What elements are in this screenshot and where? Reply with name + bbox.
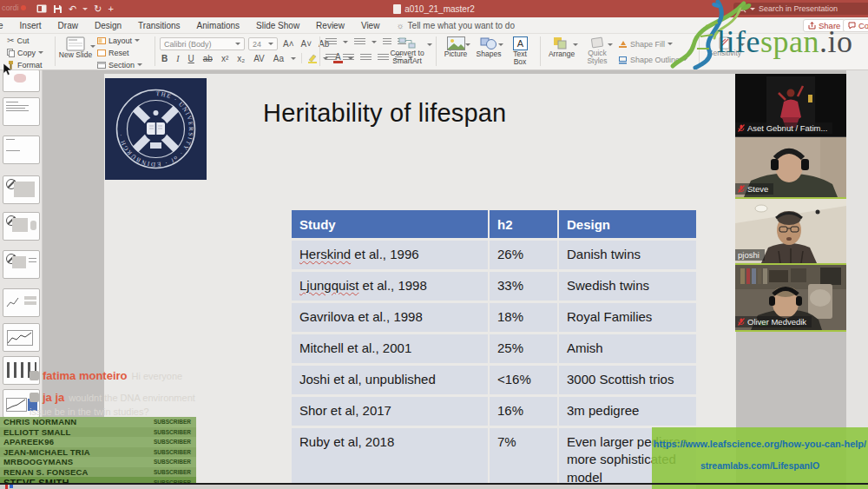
right-gutter [846, 69, 868, 489]
layout-button[interactable]: Layout [97, 35, 142, 46]
quick-styles-button[interactable]: Quick Styles [582, 36, 613, 66]
numbering-icon[interactable] [354, 38, 365, 46]
table-row: Ruby et al, 2018 7% Even larger pedigree… [292, 428, 696, 489]
slide-thumbnail[interactable] [3, 135, 40, 164]
tab-animations[interactable]: Animations [197, 21, 240, 30]
customize-toolbar-icon[interactable]: + [108, 2, 113, 16]
table-cell: Joshi et al, unpublished [292, 366, 488, 394]
webcam-feed-oliver[interactable]: Oliver Medvedik [735, 265, 846, 332]
tab-design[interactable]: Design [95, 21, 122, 30]
convert-to-smartart-label: Convert to SmartArt [382, 50, 432, 66]
text-box-button[interactable]: A Text Box [506, 36, 534, 67]
text-box-label: Text Box [506, 50, 534, 67]
brand-io: .io [819, 24, 853, 59]
table-cell: 16% [490, 397, 557, 426]
shapes-icon [480, 36, 497, 50]
copy-button[interactable]: Copy [7, 47, 43, 58]
bold-button[interactable]: B [160, 54, 169, 63]
underline-button[interactable]: U [187, 54, 196, 63]
arrange-button[interactable]: Arrange [545, 36, 578, 58]
align-right-icon[interactable] [360, 54, 372, 62]
shapes-button[interactable]: Shapes [474, 36, 503, 58]
convert-to-smartart-button[interactable]: Convert to SmartArt [382, 36, 432, 66]
tab-home-partial[interactable]: e [0, 21, 3, 30]
subscriber-row: MRBOOGYMANSSUBSCRIBER [0, 457, 196, 467]
save-icon[interactable] [53, 4, 62, 14]
format-painter-button[interactable]: Format [7, 59, 43, 70]
table-row: Ljungquist et al., 1998 33% Swedish twin… [292, 272, 696, 301]
grow-font-button[interactable]: A˄ [281, 39, 296, 49]
font-name-select[interactable]: Calibri (Body) [160, 37, 245, 50]
webcam-name-label: Steve [735, 183, 773, 195]
tab-transitions[interactable]: Transitions [138, 21, 181, 30]
new-slide-icon [66, 36, 85, 51]
picture-button[interactable]: Picture [441, 36, 470, 58]
reset-icon [97, 50, 106, 56]
table-cell: Shor et al, 2017 [292, 397, 488, 426]
new-slide-label: New Slide [59, 51, 92, 59]
subscriber-row: CHRIS NORMANNSUBSCRIBER [0, 417, 196, 427]
bullets-icon[interactable] [326, 38, 337, 46]
table-cell: Gavrilova et al., 1998 [292, 303, 488, 332]
subscript-button[interactable]: x₂ [235, 54, 247, 63]
undo-dropdown-icon[interactable] [82, 8, 88, 10]
tab-draw[interactable]: Draw [58, 21, 78, 30]
webcam-feed-steve[interactable]: Steve [735, 137, 846, 199]
italic-button[interactable]: I [174, 54, 181, 63]
redo-icon[interactable]: ↻ [94, 2, 102, 16]
chat-message: fatima monteiroHi everyone [30, 368, 203, 384]
donation-url: https://www.leafscience.org/how-you-can-… [652, 439, 868, 449]
cut-button[interactable]: ✂Cut [7, 35, 43, 46]
tab-review[interactable]: Review [316, 21, 345, 30]
table-row: Joshi et al, unpublished <16% 3000 Scott… [292, 366, 696, 394]
slide-thumbnail[interactable] [3, 288, 40, 317]
table-cell: 7% [490, 428, 557, 489]
align-left-icon[interactable] [326, 54, 337, 62]
align-center-icon[interactable] [343, 54, 354, 62]
slide-thumbnail[interactable] [3, 250, 40, 279]
picture-icon [447, 36, 465, 50]
tab-view[interactable]: View [361, 21, 380, 30]
new-slide-button[interactable]: New Slide [57, 36, 94, 59]
section-button[interactable]: Section [97, 59, 142, 70]
tab-insert[interactable]: Insert [20, 21, 42, 30]
table-cell: Mitchell et al., 2001 [292, 334, 488, 363]
webcam-feed-aset[interactable]: Aset Gebnut / Fatim... [735, 74, 846, 137]
muted-mic-icon [738, 185, 745, 193]
table-cell: 3000 Scottish trios [559, 366, 696, 394]
character-spacing-button[interactable]: AV [252, 54, 266, 63]
chat-message: ja jawouldnt the DNA environment issue b… [30, 390, 203, 420]
tell-me-label: Tell me what you want to do [408, 21, 515, 30]
change-case-button[interactable]: Aa [272, 54, 286, 63]
tab-slide-show[interactable]: Slide Show [256, 21, 299, 30]
superscript-button[interactable]: x² [220, 54, 230, 63]
bottom-strip [0, 485, 652, 489]
font-size-select[interactable]: 24 [248, 37, 278, 50]
shape-fill-icon [618, 40, 628, 49]
webcam-name-label: pjoshi [735, 249, 765, 261]
webcam-name-label: Aset Gebnut / Fatim... [735, 122, 832, 135]
table-header-h2: h2 [490, 210, 557, 238]
table-row: Mitchell et al., 2001 25% Amish [292, 334, 696, 363]
arrange-icon [553, 36, 570, 50]
webcam-feed-pjoshi[interactable]: pjoshi [735, 199, 846, 265]
slide-thumbnail[interactable] [3, 175, 40, 204]
highlight-color-button[interactable] [307, 53, 318, 63]
presentation-icon[interactable] [36, 3, 47, 14]
slide-thumbnail[interactable] [3, 212, 40, 241]
reset-button[interactable]: Reset [97, 47, 142, 58]
tell-me-box[interactable]: ☼ Tell me what you want to do [396, 21, 515, 30]
subscriber-row: RENAN S. FONSECASUBSCRIBER [0, 467, 196, 478]
table-cell: <16% [490, 366, 557, 394]
undo-icon[interactable]: ↶ [69, 2, 76, 16]
table-row: Herskind et al., 1996 26% Danish twins [292, 241, 696, 269]
recording-dot-icon [21, 5, 26, 10]
table-cell: Royal Families [559, 303, 696, 332]
subscriber-badge: SUBSCRIBER [154, 429, 191, 435]
shapes-label: Shapes [477, 50, 502, 58]
shrink-font-button[interactable]: A˅ [299, 39, 314, 49]
subscriber-list: CHRIS NORMANNSUBSCRIBER ELLIOTT SMALLSUB… [0, 417, 196, 489]
strikethrough-button[interactable]: ab [201, 54, 214, 63]
slide-thumbnail[interactable] [3, 323, 40, 352]
slide-thumbnail[interactable] [3, 97, 40, 126]
